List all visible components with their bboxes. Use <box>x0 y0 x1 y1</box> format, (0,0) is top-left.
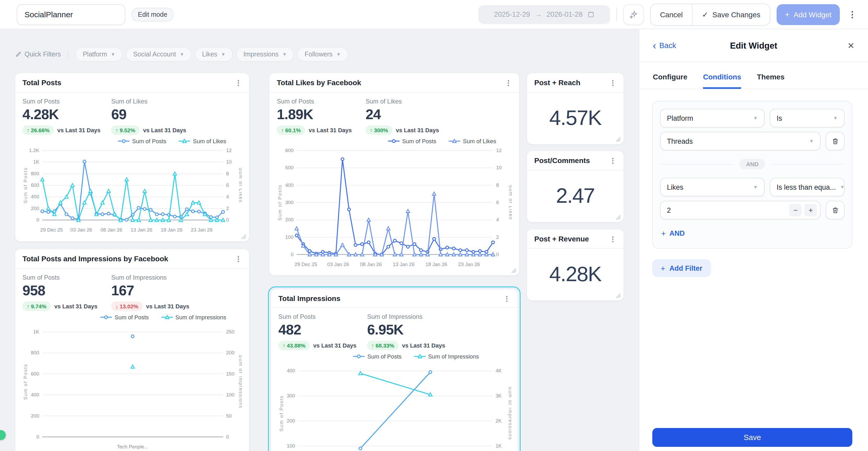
legend-item[interactable]: Sum of Likes <box>179 138 226 144</box>
resize-handle-icon[interactable] <box>616 215 621 220</box>
cancel-button[interactable]: Cancel <box>650 4 692 25</box>
svg-text:Tech People...: Tech People... <box>117 444 148 449</box>
chevron-down-icon: ▼ <box>753 184 758 190</box>
tab-conditions[interactable]: Conditions <box>703 73 741 89</box>
legend-item[interactable]: Sum of Impressions <box>161 314 226 320</box>
svg-text:8: 8 <box>496 182 499 188</box>
top-bar: SocialPlanner Edit mode 2025-12-29 → 202… <box>0 0 868 29</box>
condition2-operator-select[interactable]: Is less than equa...▼ <box>770 178 844 197</box>
svg-text:100: 100 <box>226 392 235 397</box>
condition1-field-select[interactable]: Platform▼ <box>660 109 765 127</box>
svg-text:Sum of Impressions: Sum of Impressions <box>238 355 242 409</box>
condition1-value-select[interactable]: Threads▼ <box>660 132 821 151</box>
legend-item[interactable]: Sum of Impressions <box>414 353 479 360</box>
widget-kebab-menu[interactable]: ⋮ <box>610 156 616 164</box>
legend-item[interactable]: Sum of Posts <box>118 138 166 144</box>
filter-likes[interactable]: Likes▼ <box>195 48 232 61</box>
svg-text:600: 600 <box>31 182 39 188</box>
ai-sparkle-button[interactable] <box>623 4 644 25</box>
delta-badge: ↑ 9.74% <box>23 302 51 311</box>
tab-themes[interactable]: Themes <box>757 73 784 89</box>
resize-handle-icon[interactable] <box>511 268 517 273</box>
svg-text:400: 400 <box>31 194 39 199</box>
condition2-field-select[interactable]: Likes▼ <box>660 178 765 197</box>
trash-icon <box>831 137 839 145</box>
widget-posts-impressions-facebook[interactable]: Total Posts and Impressions by Facebook⋮… <box>15 249 249 451</box>
svg-text:Sum of Impressions: Sum of Impressions <box>508 387 511 440</box>
legend-item[interactable]: Sum of Posts <box>353 353 402 360</box>
board-name-input[interactable]: SocialPlanner <box>17 4 125 25</box>
legend-item[interactable]: Sum of Posts <box>388 138 436 144</box>
chevron-left-icon: ‹ <box>653 40 656 51</box>
resize-handle-icon[interactable] <box>241 234 247 239</box>
filter-platform[interactable]: Platform▼ <box>76 48 122 61</box>
back-button[interactable]: ‹Back <box>653 40 676 51</box>
condition2-value-text: 2 <box>667 206 671 214</box>
widget-kebab-menu[interactable]: ⋮ <box>505 79 512 87</box>
plus-icon: + <box>785 10 790 19</box>
condition1-operator-select[interactable]: Is▼ <box>770 109 844 127</box>
condition2-value-input[interactable]: 2 − + <box>660 201 821 219</box>
save-button[interactable]: Save <box>652 428 852 447</box>
save-changes-button[interactable]: ✓Save Changes <box>692 4 770 25</box>
tab-configure[interactable]: Configure <box>653 73 687 89</box>
topbar-divider <box>616 7 617 21</box>
add-filter-button[interactable]: +Add Filter <box>652 259 711 277</box>
kpi-value: 2.47 <box>527 170 624 220</box>
widget-post-reach[interactable]: Post + Reach⋮ 4.57K <box>527 73 624 144</box>
svg-text:600: 600 <box>285 148 293 153</box>
add-and-button[interactable]: +AND <box>661 229 844 238</box>
trash-icon <box>831 206 839 214</box>
chart-legend: Sum of PostsSum of Impressions <box>23 313 226 321</box>
board-name-text: SocialPlanner <box>25 10 73 19</box>
widget-kebab-menu[interactable]: ⋮ <box>610 235 616 243</box>
legend-item[interactable]: Sum of Posts <box>100 314 149 320</box>
arrow-right-icon: → <box>535 10 542 18</box>
topbar-kebab-menu[interactable]: ⋮ <box>846 9 859 19</box>
chevron-down-icon: ▼ <box>111 52 116 57</box>
legend-item[interactable]: Sum of Likes <box>449 138 496 144</box>
save-cancel-group: Cancel ✓Save Changes <box>650 3 770 25</box>
svg-text:12: 12 <box>226 148 231 153</box>
widget-total-posts[interactable]: Total Posts⋮ Sum of Posts4.28K ↑ 26.66%v… <box>15 73 249 241</box>
decrement-button[interactable]: − <box>789 204 802 216</box>
panel-tabs: Configure Conditions Themes <box>639 62 868 89</box>
widget-post-comments[interactable]: Post/Comments⋮ 2.47 <box>527 151 624 222</box>
add-widget-button[interactable]: +Add Widget <box>777 4 840 25</box>
increment-button[interactable]: + <box>805 204 817 216</box>
filter-impressions[interactable]: Impressions▼ <box>237 48 294 61</box>
condition2-delete-button[interactable] <box>826 201 844 219</box>
close-icon[interactable]: ✕ <box>847 40 855 51</box>
pencil-icon <box>15 51 22 58</box>
svg-text:400: 400 <box>287 368 295 373</box>
chevron-down-icon: ▼ <box>336 52 341 57</box>
widget-kebab-menu[interactable]: ⋮ <box>235 255 242 263</box>
help-floating-button[interactable] <box>0 430 6 440</box>
svg-text:18 Jan 26: 18 Jan 26 <box>161 227 182 233</box>
widget-post-revenue[interactable]: Post + Revenue⋮ 4.28K <box>527 230 624 300</box>
filter-followers[interactable]: Followers▼ <box>298 48 348 61</box>
chart-legend: Sum of PostsSum of Impressions <box>278 352 479 361</box>
svg-text:03 Jan 26: 03 Jan 26 <box>327 262 349 267</box>
svg-text:150: 150 <box>226 371 235 377</box>
widget-total-likes-facebook[interactable]: Total Likes by Facebook⋮ Sum of Posts1.8… <box>270 73 519 275</box>
widget-total-impressions-selected[interactable]: Total Impressions⋮ Sum of Posts482 ↑ 43.… <box>268 287 521 451</box>
date-range-picker[interactable]: 2025-12-29 → 2026-01-28 <box>478 5 610 24</box>
resize-handle-icon[interactable] <box>616 293 621 298</box>
check-icon: ✓ <box>702 10 708 19</box>
svg-text:200: 200 <box>226 350 235 355</box>
delta-badge: ↑ 9.52% <box>111 125 140 135</box>
widget-kebab-menu[interactable]: ⋮ <box>503 295 510 302</box>
widget-kebab-menu[interactable]: ⋮ <box>235 79 242 87</box>
svg-text:Sum of Posts: Sum of Posts <box>277 184 283 220</box>
condition1-delete-button[interactable] <box>826 132 844 151</box>
svg-text:1K: 1K <box>33 159 39 164</box>
widget-title: Post + Revenue <box>534 235 589 243</box>
widget-kebab-menu[interactable]: ⋮ <box>610 79 616 87</box>
svg-text:0: 0 <box>226 217 229 222</box>
filter-social-account[interactable]: Social Account▼ <box>126 48 191 61</box>
resize-handle-icon[interactable] <box>616 137 621 142</box>
svg-text:4: 4 <box>496 217 499 222</box>
posts-impressions-chart: 02004006008001K050100150200250Sum of Pos… <box>23 323 242 451</box>
svg-text:Sum of Posts: Sum of Posts <box>23 364 28 400</box>
